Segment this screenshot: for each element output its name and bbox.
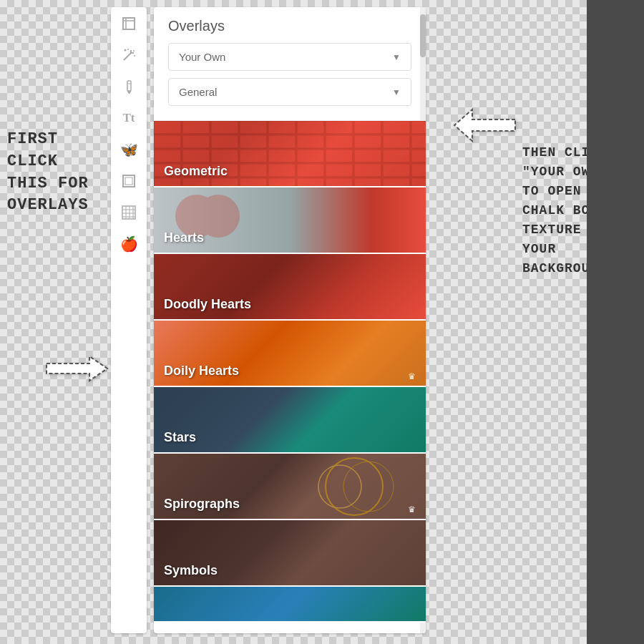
doodly-hearts-label: Doodly Hearts	[164, 297, 251, 312]
left-annotation-text: FIRSTCLICKTHIS FOROVERLAYS	[7, 129, 89, 217]
overlay-item-bottom[interactable]	[154, 587, 426, 623]
svg-marker-13	[127, 91, 131, 94]
general-dropdown[interactable]: General ▼	[168, 78, 411, 106]
geometric-label: Geometric	[164, 164, 228, 179]
svg-point-8	[125, 49, 127, 52]
spirographs-label: Spirographs	[164, 497, 240, 512]
general-label: General	[179, 86, 217, 98]
svg-marker-1	[454, 109, 515, 141]
overlay-item-doily-hearts[interactable]: Doily Hearts ♛	[154, 321, 426, 387]
overlay-item-hearts[interactable]: Hearts	[154, 187, 426, 254]
pencil-icon[interactable]	[118, 76, 140, 97]
svg-rect-12	[127, 81, 131, 91]
left-arrow: .dash { stroke: #555; stroke-width: 2; f…	[39, 351, 111, 389]
svg-point-10	[133, 50, 135, 52]
overlay-item-doodly-hearts[interactable]: Doodly Hearts	[154, 254, 426, 321]
chevron-down-icon: ▼	[392, 52, 401, 62]
svg-line-5	[124, 53, 131, 60]
right-arrow	[451, 104, 522, 150]
svg-point-9	[127, 49, 129, 50]
svg-marker-0	[47, 356, 107, 381]
svg-rect-2	[123, 18, 135, 29]
overlay-item-stars[interactable]: Stars	[154, 387, 426, 454]
svg-point-11	[134, 55, 135, 57]
overlays-butterfly-icon[interactable]: 🦋	[118, 139, 140, 160]
magic-wand-icon[interactable]	[118, 44, 140, 66]
overlay-item-symbols[interactable]: Symbols	[154, 520, 426, 587]
your-own-dropdown[interactable]: Your Own ▼	[168, 43, 411, 71]
crown-icon-2: ♛	[408, 504, 416, 514]
svg-point-29	[326, 458, 383, 515]
overlay-item-spirographs[interactable]: Spirographs ♛	[154, 454, 426, 520]
doily-hearts-label: Doily Hearts	[164, 364, 239, 379]
chevron-down-icon-2: ▼	[392, 87, 401, 97]
symbols-label: Symbols	[164, 563, 218, 578]
overlay-list: Geometric Hearts Doodly Hearts Doily Hea…	[154, 121, 426, 633]
toolbar: Tt 🦋 🍎	[111, 7, 147, 633]
overlay-item-geometric[interactable]: Geometric	[154, 121, 426, 187]
text-icon[interactable]: Tt	[118, 107, 140, 129]
panel-title: Overlays	[168, 18, 411, 34]
main-panel: Overlays Your Own ▼ General ▼	[154, 7, 426, 633]
crown-icon: ♛	[408, 371, 416, 381]
frame-icon[interactable]	[118, 170, 140, 192]
svg-rect-16	[125, 177, 132, 185]
svg-rect-15	[123, 175, 135, 187]
left-annotation: FIRSTCLICKTHIS FOROVERLAYS	[7, 129, 89, 217]
crop-icon[interactable]	[118, 13, 140, 34]
svg-point-31	[343, 462, 394, 512]
scrollbar-thumb[interactable]	[420, 14, 426, 57]
panel-header: Overlays Your Own ▼ General ▼	[154, 7, 426, 121]
grid-icon[interactable]	[118, 202, 140, 223]
hearts-label: Hearts	[164, 230, 204, 245]
dark-side-panel	[587, 0, 644, 644]
your-own-label: Your Own	[179, 51, 225, 63]
apple-icon[interactable]: 🍎	[118, 233, 140, 255]
stars-label: Stars	[164, 430, 196, 445]
